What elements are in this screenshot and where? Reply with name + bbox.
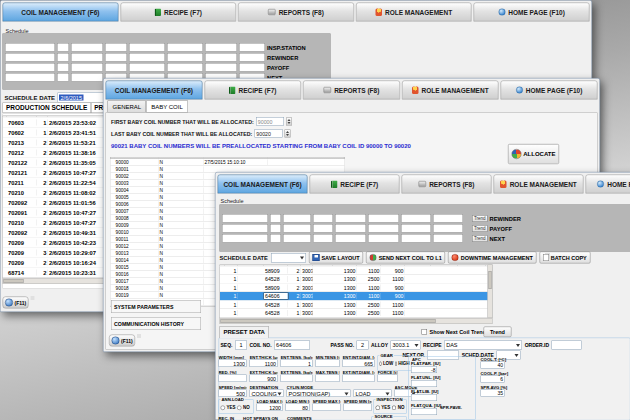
inspection-no-radio[interactable]	[392, 405, 396, 410]
schedule-cell-input[interactable]	[239, 53, 265, 62]
schedule-cell-input[interactable]	[270, 214, 281, 223]
schedule-cell-input[interactable]	[5, 63, 55, 72]
form-input[interactable]	[219, 375, 247, 383]
save-layout-button[interactable]: SAVE LAYOUT	[309, 252, 363, 264]
schedule-cell-input[interactable]	[205, 53, 237, 62]
tab-coil-management[interactable]: COIL MANAGEMENT (F6)	[3, 3, 119, 22]
form-input[interactable]	[313, 404, 341, 412]
trend-mini-button[interactable]: Trend	[472, 225, 488, 232]
coil-row[interactable]: 1 64528 1 3003. 1300 2500 1100	[220, 301, 492, 310]
batch-copy-button[interactable]: BATCH COPY	[539, 252, 590, 264]
schedule-cell-input[interactable]	[222, 234, 268, 243]
schedule-cell-input[interactable]	[129, 53, 165, 62]
schedule-cell-input[interactable]	[205, 63, 237, 72]
schedule-cell-input[interactable]	[283, 224, 311, 233]
tab-role-management[interactable]: ROLE MANAGEMENT	[356, 3, 472, 22]
afc-input[interactable]	[411, 380, 437, 387]
tab-home-page[interactable]: HOME PAGE (F10)	[586, 175, 630, 194]
schedule-cell-input[interactable]	[129, 63, 165, 72]
coil-row[interactable]: 1 64606 2 3003. 1300 1100 900	[220, 292, 492, 301]
schedule-cell-input[interactable]	[335, 234, 366, 243]
schedule-cell-input[interactable]	[368, 224, 399, 233]
gear-high-radio[interactable]	[395, 361, 397, 366]
send-next-coil-button[interactable]: SEND NEXT COIL TO L1	[366, 252, 445, 264]
pass-no-input[interactable]: 2	[357, 341, 369, 350]
schedule-date-input[interactable]: 2/6/2015	[58, 93, 110, 103]
first-baby-coil-input[interactable]: 90000	[256, 117, 284, 126]
form-input[interactable]	[378, 375, 398, 383]
schedule-cell-input[interactable]	[368, 234, 399, 243]
schedule-cell-input[interactable]	[401, 214, 431, 223]
schedule-cell-input[interactable]	[239, 63, 265, 72]
afc-input[interactable]	[411, 408, 437, 415]
schedule-cell-input[interactable]	[57, 73, 69, 82]
schedule-cell-input[interactable]	[5, 43, 55, 52]
schedule-cell-input[interactable]	[105, 63, 127, 72]
schedule-cell-input[interactable]	[105, 43, 127, 52]
allocate-button[interactable]: ALLOCATE	[508, 144, 559, 164]
schedule-cell-input[interactable]	[283, 214, 311, 223]
schedule-cell-input[interactable]	[71, 53, 103, 62]
vertical-scrollbar[interactable]	[488, 265, 493, 319]
schedule-cell-input[interactable]	[105, 53, 127, 62]
horizontal-scrollbar[interactable]	[220, 318, 493, 324]
schedule-cell-input[interactable]	[222, 224, 268, 233]
alloy-dropdown[interactable]: 3003.1	[391, 341, 421, 350]
schedule-cell-input[interactable]	[239, 43, 265, 52]
schedule-cell-input[interactable]	[270, 224, 281, 233]
schedule-cell-input[interactable]	[283, 234, 311, 243]
form-input[interactable]: 1	[281, 360, 313, 368]
downtime-management-button[interactable]: DOWNTIME MANAGEMENT	[448, 252, 536, 264]
tab-reports[interactable]: REPORTS (F8)	[303, 81, 400, 100]
schedule-cell-input[interactable]	[401, 224, 431, 233]
schedule-cell-input[interactable]	[167, 43, 203, 52]
schedule-cell-input[interactable]	[167, 63, 203, 72]
tab-home-page[interactable]: HOME PAGE (F10)	[474, 3, 590, 22]
tab-role-management[interactable]: ROLE MANAGEMENT	[402, 81, 499, 100]
ann-load-no-radio[interactable]	[237, 405, 242, 410]
tab-preset-data[interactable]: PRESET DATA	[220, 327, 269, 339]
trend-mini-button[interactable]: Trend	[472, 235, 488, 242]
ann-load-yes-radio[interactable]	[221, 405, 226, 410]
form-input[interactable]	[281, 375, 313, 383]
afc-input[interactable]: -8	[411, 366, 437, 373]
form-input[interactable]: 80	[286, 404, 310, 412]
tab-recipe[interactable]: RECIPE (F7)	[310, 175, 400, 194]
cylinder-mode-dropdown[interactable]: POSITION(GAP)	[287, 390, 351, 398]
spinner-icon[interactable]	[284, 129, 290, 137]
form-input[interactable]: 1100	[250, 360, 278, 368]
tab-role-management[interactable]: ROLE MANAGEMENT	[494, 175, 584, 194]
schedule-cell-input[interactable]	[167, 53, 203, 62]
schedule-cell-input[interactable]	[401, 234, 431, 243]
baby-coil-row[interactable]: 90000 N 27/5/2015 15:10:10	[111, 159, 345, 166]
tab-general[interactable]: GENERAL	[108, 101, 147, 113]
schedule-cell-input[interactable]	[57, 43, 69, 52]
form-input[interactable]: 1300	[219, 360, 247, 368]
schedule-cell-input[interactable]	[368, 214, 399, 223]
cooling-input[interactable]: 35	[481, 390, 505, 397]
f11-status-button[interactable]: (F11)	[109, 335, 135, 347]
schedule-cell-input[interactable]	[313, 224, 333, 233]
schedule-cell-input[interactable]	[270, 234, 281, 243]
tab-recipe[interactable]: RECIPE (F7)	[120, 3, 236, 22]
schedule-cell-input[interactable]	[433, 214, 463, 223]
afc-input[interactable]	[411, 394, 437, 401]
tab-coil-management[interactable]: COIL MANAGEMENT (F6)	[106, 81, 203, 100]
trend-mini-button[interactable]: Trend	[472, 215, 488, 222]
tab-home-page[interactable]: HOME PAGE (F10)	[501, 81, 598, 100]
f11-status-button[interactable]: (F11)	[3, 297, 29, 309]
form-input[interactable]	[316, 375, 340, 383]
tab-reports[interactable]: REPORTS (F8)	[402, 175, 492, 194]
schedule-cell-input[interactable]	[57, 53, 69, 62]
tab-coil-management[interactable]: COIL MANAGEMENT (F6)	[218, 175, 308, 194]
coil-row[interactable]: 1 64528 1 3003. 1300 2500 1100	[220, 275, 492, 284]
form-input[interactable]: 900	[250, 375, 278, 383]
recipe-dropdown[interactable]: DAS	[444, 341, 522, 350]
communication-history-box[interactable]: COMMUNICATION HISTORY	[111, 317, 201, 330]
schedule-cell-input[interactable]	[5, 53, 55, 62]
form-input[interactable]	[316, 360, 340, 368]
spinner-icon[interactable]	[286, 117, 292, 125]
schedule-cell-input[interactable]	[5, 73, 55, 82]
inspection-yes-radio[interactable]	[376, 405, 380, 410]
schedule-cell-input[interactable]	[433, 224, 463, 233]
